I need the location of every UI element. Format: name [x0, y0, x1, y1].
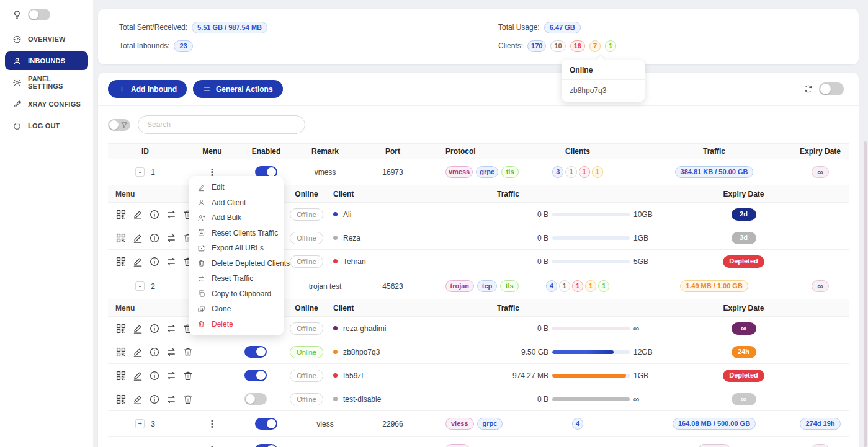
client-enabled-toggle[interactable] [244, 370, 267, 381]
scrollbar[interactable] [864, 141, 867, 447]
auto-refresh-toggle[interactable] [819, 82, 844, 95]
edit-icon[interactable] [132, 209, 143, 220]
refresh-icon[interactable] [803, 84, 813, 94]
reset-traffic-icon[interactable] [166, 323, 177, 334]
subcol-expiry: Expiry Date [694, 190, 849, 198]
online-status-pill: Offline [290, 370, 323, 382]
info-icon[interactable] [149, 347, 160, 358]
info-icon[interactable] [149, 209, 160, 220]
reset-traffic-icon[interactable] [166, 232, 177, 244]
reset-traffic-icon[interactable] [166, 347, 177, 358]
edit-icon[interactable] [132, 323, 143, 334]
sidebar-item-panel-settings[interactable]: PANEL SETTINGS [5, 73, 88, 92]
traffic-limit: 10GB [633, 210, 653, 219]
client-name: Tehran [343, 257, 366, 266]
qr-code-icon[interactable] [115, 323, 127, 334]
client-enabled-toggle[interactable] [244, 393, 267, 405]
dark-mode-bulb-icon [12, 10, 22, 19]
clients-online-badge[interactable]: 1 [605, 40, 616, 52]
menu-item-reset-clients-traffic[interactable]: Reset Clients Traffic [189, 226, 284, 241]
sidebar: OVERVIEW INBOUNDS PANEL SETTINGS XRAY CO… [0, 0, 93, 447]
reset-traffic-icon[interactable] [166, 394, 177, 405]
edit-icon[interactable] [132, 347, 143, 358]
edit-icon[interactable] [132, 370, 143, 381]
clients-depleted-badge[interactable]: 16 [570, 40, 585, 52]
inbound-enabled-toggle[interactable] [255, 418, 277, 430]
qr-code-icon[interactable] [115, 370, 127, 381]
reset-traffic-icon[interactable] [166, 209, 177, 220]
search-input[interactable] [138, 115, 305, 134]
menu-item-delete-depleted-clients[interactable]: Delete Depleted Clients [189, 256, 284, 272]
collapse-button[interactable]: - [135, 167, 145, 177]
popup-title: Online [562, 60, 645, 80]
menu-item-copy-to-clipboard[interactable]: Copy to Clipboard [189, 286, 284, 302]
sidebar-item-xray-configs[interactable]: XRAY CONFIGS [5, 95, 88, 113]
protocol-badge: tls [501, 166, 519, 178]
online-status-pill: Offline [290, 322, 323, 335]
qr-code-icon[interactable] [115, 209, 127, 220]
client-status-dot [333, 373, 338, 378]
qr-code-icon[interactable] [115, 347, 127, 358]
total-inbounds-badge: 23 [174, 40, 192, 52]
row-menu-dots[interactable]: ⋮ [208, 445, 217, 447]
filter-toggle[interactable] [108, 119, 130, 131]
menu-item-delete[interactable]: Delete [189, 317, 284, 332]
reset-clients-icon [197, 229, 205, 237]
traffic-badge: 164.08 MB / 500.00 GB [673, 418, 756, 430]
menu-item-add-bulk[interactable]: Add Bulk [189, 210, 284, 226]
add-inbound-button[interactable]: Add Inbound [108, 80, 187, 98]
row-menu-dots[interactable]: ⋮ [208, 418, 217, 430]
client-name: test-disable [343, 395, 381, 404]
client-status-dot [333, 236, 338, 240]
info-icon[interactable] [149, 394, 160, 405]
traffic-badge: 1.49 MB / 1.00 GB [680, 280, 748, 292]
delete-icon[interactable] [182, 370, 194, 381]
dark-mode-toggle[interactable] [28, 9, 50, 20]
sidebar-item-inbounds[interactable]: INBOUNDS [5, 51, 88, 70]
menu-item-edit[interactable]: Edit [189, 180, 284, 195]
delete-icon[interactable] [182, 347, 194, 358]
qr-code-icon[interactable] [115, 232, 127, 244]
search-row [98, 106, 859, 143]
menu-item-reset-traffic[interactable]: Reset Traffic [189, 271, 284, 286]
sidebar-item-label: XRAY CONFIGS [28, 100, 81, 108]
traffic-limit: 12GB [633, 348, 653, 356]
clients-deactivated-badge[interactable]: 10 [550, 40, 565, 52]
edit-icon[interactable] [132, 232, 143, 244]
general-actions-button[interactable]: General Actions [193, 80, 283, 98]
funnel-icon [120, 121, 128, 129]
sidebar-item-overview[interactable]: OVERVIEW [5, 30, 88, 48]
delete-icon[interactable] [182, 394, 194, 405]
menu-item-add-client[interactable]: Add Client [189, 195, 284, 211]
edit-icon[interactable] [132, 394, 143, 405]
protocol-badge: trojan [445, 280, 474, 292]
collapse-button[interactable]: - [135, 281, 145, 291]
info-icon[interactable] [149, 370, 160, 381]
qr-code-icon[interactable] [115, 256, 127, 267]
subcol-client: Client [328, 304, 490, 312]
sidebar-item-log-out[interactable]: LOG OUT [5, 117, 88, 135]
reset-traffic-icon[interactable] [166, 370, 177, 381]
total-inbounds-label: Total Inbounds: [119, 42, 169, 50]
qr-code-icon[interactable] [115, 394, 127, 405]
client-enabled-toggle[interactable] [244, 346, 267, 358]
clients-expiring-badge[interactable]: 7 [589, 40, 601, 52]
client-name: reza-ghadimi [343, 324, 386, 333]
subcol-expiry: Expiry Date [694, 304, 849, 312]
edit-icon[interactable] [132, 256, 143, 267]
protocol-badge: http [445, 444, 470, 447]
stats-card: Total Sent/Received: 5.51 GB / 987.54 MB… [98, 9, 859, 64]
inbound-enabled-toggle[interactable] [255, 444, 277, 447]
clients-count-badge: 1 [585, 280, 596, 292]
reset-traffic-icon[interactable] [166, 256, 177, 267]
info-icon[interactable] [149, 232, 160, 244]
traffic-used: 9.50 GB [490, 348, 548, 356]
menu-item-export-all-urls[interactable]: Export All URLs [189, 241, 284, 256]
expand-button[interactable]: + [135, 419, 145, 428]
menu-item-clone[interactable]: Clone [189, 301, 284, 317]
clients-total-badge[interactable]: 170 [527, 40, 546, 52]
expiry-pill: ∞ [732, 322, 756, 335]
info-icon[interactable] [149, 256, 160, 267]
expiry-badge: ∞ [812, 444, 828, 447]
info-icon[interactable] [149, 323, 160, 334]
